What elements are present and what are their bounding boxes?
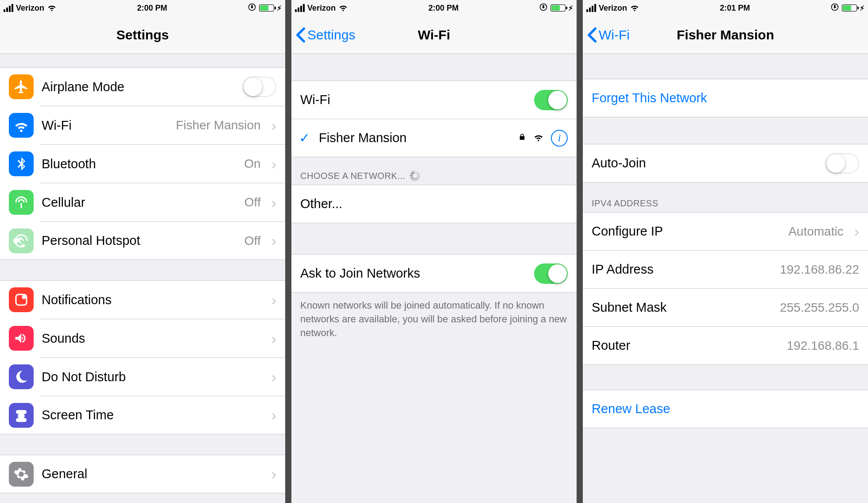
choose-network-header: CHOOSE A NETWORK... [291, 157, 577, 185]
battery-icon [550, 4, 566, 12]
settings-item-sounds[interactable]: Sounds › [0, 319, 285, 357]
charging-icon: ⚡︎ [277, 4, 282, 12]
setting-value: On [244, 157, 260, 171]
dnd-icon [9, 364, 34, 389]
signal-icon [295, 4, 305, 12]
settings-screen: Verizon 2:00 PM ⚡︎ Settings Airplane Mod… [0, 0, 285, 503]
status-bar: Verizon 2:01 PM ⚡︎ [583, 0, 868, 16]
forget-network-row[interactable]: Forget This Network [583, 79, 868, 117]
bluetooth-icon [9, 151, 34, 176]
ask-footer: Known networks will be joined automatica… [291, 293, 577, 348]
svg-point-3 [22, 295, 26, 299]
airplane-toggle[interactable] [243, 77, 276, 97]
nav-bar: Wi-Fi Fisher Mansion [583, 16, 868, 54]
ask-toggle[interactable] [534, 263, 568, 284]
orientation-lock-icon [539, 3, 548, 14]
chevron-right-icon: › [271, 232, 276, 249]
notifications-icon [9, 287, 34, 312]
setting-value: Off [244, 195, 261, 209]
cellular-icon [9, 190, 34, 215]
settings-item-cellular[interactable]: Cellular Off › [0, 183, 285, 221]
loading-spinner-icon [410, 170, 420, 181]
wifi-status-icon [630, 2, 639, 14]
nav-bar: Settings Wi-Fi [291, 16, 577, 54]
ask-to-join-row: Ask to Join Networks [291, 255, 577, 293]
wifi-label: Wi-Fi [300, 93, 526, 107]
network-name: Fisher Mansion [319, 131, 510, 145]
setting-label: Sounds [42, 331, 261, 346]
setting-label: Do Not Disturb [42, 370, 261, 384]
autojoin-label: Auto-Join [592, 156, 818, 170]
settings-item-general[interactable]: General › [0, 455, 285, 493]
orientation-lock-icon [248, 3, 256, 14]
settings-item-bluetooth[interactable]: Bluetooth On › [0, 145, 285, 183]
settings-item-airplane[interactable]: Airplane Mode [0, 68, 285, 106]
renew-lease-row[interactable]: Renew Lease [583, 390, 868, 428]
chevron-right-icon: › [271, 155, 276, 173]
chevron-right-icon: › [271, 465, 276, 483]
ip-address-row: IP Address 192.168.86.22 [583, 251, 868, 289]
configure-ip-value: Automatic [788, 224, 844, 239]
router-row: Router 192.168.86.1 [583, 327, 868, 365]
status-bar: Verizon 2:00 PM ⚡︎ [291, 0, 577, 16]
ip-value: 192.168.86.22 [780, 263, 859, 277]
wifi-icon [9, 113, 34, 138]
chevron-right-icon: › [271, 368, 276, 386]
status-bar: Verizon 2:00 PM ⚡︎ [0, 0, 285, 16]
network-detail-screen: Verizon 2:01 PM ⚡︎ Wi-Fi Fisher Mansion … [583, 0, 868, 503]
chevron-right-icon: › [271, 406, 276, 424]
settings-item-dnd[interactable]: Do Not Disturb › [0, 358, 285, 396]
chevron-right-icon: › [271, 330, 276, 347]
back-button[interactable]: Settings [296, 27, 355, 43]
chevron-right-icon: › [271, 291, 276, 309]
configure-ip-label: Configure IP [592, 224, 780, 239]
clock: 2:01 PM [720, 4, 750, 13]
forget-label: Forget This Network [592, 91, 859, 105]
clock: 2:00 PM [429, 4, 459, 13]
settings-item-screentime[interactable]: Screen Time › [0, 396, 285, 434]
subnet-value: 255.255.255.0 [780, 301, 859, 315]
ip-label: IP Address [592, 262, 772, 277]
general-icon [9, 462, 34, 487]
lock-icon [518, 133, 526, 143]
renew-label: Renew Lease [592, 402, 859, 416]
charging-icon: ⚡︎ [860, 4, 864, 12]
router-value: 192.168.86.1 [787, 339, 860, 353]
back-label: Wi-Fi [599, 27, 630, 43]
hotspot-icon [9, 228, 34, 253]
wifi-status-icon [47, 2, 57, 14]
setting-label: General [42, 467, 261, 481]
other-label: Other... [300, 197, 568, 211]
orientation-lock-icon [830, 3, 839, 14]
clock: 2:00 PM [137, 4, 167, 13]
setting-label: Bluetooth [42, 157, 236, 171]
screentime-icon [9, 403, 34, 428]
autojoin-toggle[interactable] [825, 153, 859, 174]
info-button[interactable]: i [551, 130, 568, 147]
wifi-toggle[interactable] [534, 90, 568, 110]
configure-ip-row[interactable]: Configure IP Automatic › [583, 213, 868, 251]
wifi-screen: Verizon 2:00 PM ⚡︎ Settings Wi-Fi Wi-Fi [291, 0, 577, 503]
settings-item-hotspot[interactable]: Personal Hotspot Off › [0, 222, 285, 260]
connected-network-row[interactable]: ✓ Fisher Mansion i [291, 119, 577, 157]
setting-label: Notifications [42, 293, 261, 307]
ask-label: Ask to Join Networks [300, 266, 526, 281]
other-network-row[interactable]: Other... [291, 185, 577, 223]
setting-label: Wi-Fi [42, 118, 168, 133]
chevron-right-icon: › [854, 223, 859, 240]
ipv4-header: IPV4 ADDRESS [583, 182, 868, 212]
subnet-row: Subnet Mask 255.255.255.0 [583, 289, 868, 327]
wifi-toggle-row: Wi-Fi [291, 81, 577, 119]
setting-label: Airplane Mode [42, 80, 235, 94]
svg-rect-1 [251, 6, 253, 8]
chevron-right-icon: › [271, 194, 276, 211]
charging-icon: ⚡︎ [568, 4, 573, 12]
carrier-label: Verizon [599, 4, 627, 13]
settings-item-notifications[interactable]: Notifications › [0, 281, 285, 319]
autojoin-row: Auto-Join [583, 144, 868, 182]
back-button[interactable]: Wi-Fi [587, 27, 630, 43]
setting-label: Screen Time [42, 408, 261, 422]
page-title: Settings [0, 27, 285, 43]
settings-item-wifi[interactable]: Wi-Fi Fisher Mansion › [0, 106, 285, 144]
signal-icon [586, 4, 596, 12]
